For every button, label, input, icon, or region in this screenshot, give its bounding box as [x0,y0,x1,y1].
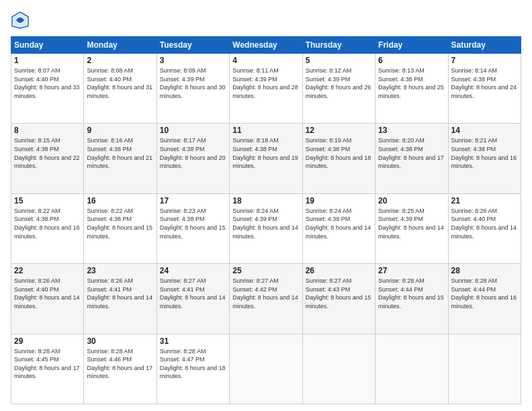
header-day-saturday: Saturday [448,37,521,54]
calendar-cell: 19Sunrise: 8:24 AMSunset: 4:39 PMDayligh… [302,193,375,263]
calendar-cell: 6Sunrise: 8:13 AMSunset: 4:38 PMDaylight… [375,54,448,124]
calendar-cell: 15Sunrise: 8:22 AMSunset: 4:38 PMDayligh… [11,193,84,263]
day-number: 17 [160,196,226,205]
header-day-wednesday: Wednesday [230,37,302,54]
day-info: Sunrise: 8:28 AMSunset: 4:47 PMDaylight:… [160,347,226,381]
day-info: Sunrise: 8:14 AMSunset: 4:38 PMDaylight:… [451,66,518,100]
calendar-cell: 27Sunrise: 8:28 AMSunset: 4:44 PMDayligh… [375,264,448,334]
day-number: 7 [451,56,518,65]
day-number: 2 [87,56,153,65]
day-info: Sunrise: 8:19 AMSunset: 4:38 PMDaylight:… [306,136,372,170]
calendar-cell: 30Sunrise: 8:28 AMSunset: 4:46 PMDayligh… [84,334,157,404]
calendar-cell: 11Sunrise: 8:18 AMSunset: 4:38 PMDayligh… [230,124,302,193]
header-day-tuesday: Tuesday [157,37,229,54]
page: SundayMondayTuesdayWednesdayThursdayFrid… [0,0,532,411]
day-info: Sunrise: 8:13 AMSunset: 4:38 PMDaylight:… [378,66,445,100]
calendar: SundayMondayTuesdayWednesdayThursdayFrid… [11,36,521,404]
calendar-cell: 13Sunrise: 8:20 AMSunset: 4:38 PMDayligh… [375,124,448,193]
calendar-cell: 24Sunrise: 8:27 AMSunset: 4:41 PMDayligh… [157,264,229,334]
day-number: 15 [14,196,81,205]
calendar-cell: 7Sunrise: 8:14 AMSunset: 4:38 PMDaylight… [448,54,521,124]
day-number: 27 [378,266,445,275]
calendar-row-0: 1Sunrise: 8:07 AMSunset: 4:40 PMDaylight… [11,54,521,124]
calendar-body: 1Sunrise: 8:07 AMSunset: 4:40 PMDaylight… [11,54,521,404]
calendar-cell: 22Sunrise: 8:26 AMSunset: 4:40 PMDayligh… [11,264,84,334]
day-info: Sunrise: 8:08 AMSunset: 4:40 PMDaylight:… [87,66,153,100]
calendar-cell: 9Sunrise: 8:16 AMSunset: 4:38 PMDaylight… [84,124,157,193]
calendar-cell: 16Sunrise: 8:22 AMSunset: 4:38 PMDayligh… [84,193,157,263]
day-number: 9 [87,126,153,135]
calendar-cell: 20Sunrise: 8:25 AMSunset: 4:39 PMDayligh… [375,193,448,263]
day-info: Sunrise: 8:21 AMSunset: 4:38 PMDaylight:… [451,136,518,170]
day-info: Sunrise: 8:25 AMSunset: 4:39 PMDaylight:… [378,207,445,240]
day-number: 23 [87,266,153,275]
day-number: 14 [451,126,518,135]
day-number: 18 [232,196,299,205]
day-number: 13 [378,126,445,135]
day-info: Sunrise: 8:16 AMSunset: 4:38 PMDaylight:… [87,136,153,170]
day-number: 10 [160,126,226,135]
calendar-row-1: 8Sunrise: 8:15 AMSunset: 4:38 PMDaylight… [11,124,521,193]
day-info: Sunrise: 8:15 AMSunset: 4:38 PMDaylight:… [14,136,81,170]
day-info: Sunrise: 8:27 AMSunset: 4:43 PMDaylight:… [306,277,372,310]
day-info: Sunrise: 8:18 AMSunset: 4:38 PMDaylight:… [232,136,299,170]
day-info: Sunrise: 8:24 AMSunset: 4:39 PMDaylight:… [306,207,372,240]
day-number: 30 [87,336,153,346]
day-info: Sunrise: 8:22 AMSunset: 4:38 PMDaylight:… [87,207,153,240]
logo [11,11,32,30]
day-number: 24 [160,266,226,275]
day-number: 12 [306,126,372,135]
logo-icon [11,11,30,30]
calendar-cell: 4Sunrise: 8:11 AMSunset: 4:39 PMDaylight… [230,54,302,124]
day-number: 20 [378,196,445,205]
calendar-cell: 26Sunrise: 8:27 AMSunset: 4:43 PMDayligh… [302,264,375,334]
calendar-cell: 28Sunrise: 8:28 AMSunset: 4:44 PMDayligh… [448,264,521,334]
calendar-cell: 21Sunrise: 8:26 AMSunset: 4:40 PMDayligh… [448,193,521,263]
day-info: Sunrise: 8:09 AMSunset: 4:39 PMDaylight:… [160,66,226,100]
calendar-row-4: 29Sunrise: 8:28 AMSunset: 4:45 PMDayligh… [11,334,521,404]
day-info: Sunrise: 8:28 AMSunset: 4:44 PMDaylight:… [451,277,518,310]
day-number: 31 [160,336,226,346]
header-row: SundayMondayTuesdayWednesdayThursdayFrid… [11,37,521,54]
header-day-sunday: Sunday [11,37,84,54]
calendar-cell: 3Sunrise: 8:09 AMSunset: 4:39 PMDaylight… [157,54,229,124]
day-info: Sunrise: 8:27 AMSunset: 4:41 PMDaylight:… [160,277,226,310]
day-number: 8 [14,126,81,135]
calendar-cell: 31Sunrise: 8:28 AMSunset: 4:47 PMDayligh… [157,334,229,404]
calendar-cell: 18Sunrise: 8:24 AMSunset: 4:39 PMDayligh… [230,193,302,263]
calendar-cell: 23Sunrise: 8:26 AMSunset: 4:41 PMDayligh… [84,264,157,334]
day-info: Sunrise: 8:23 AMSunset: 4:38 PMDaylight:… [160,207,226,240]
header-day-thursday: Thursday [302,37,375,54]
day-number: 25 [232,266,299,275]
calendar-cell: 25Sunrise: 8:27 AMSunset: 4:42 PMDayligh… [230,264,302,334]
day-number: 26 [306,266,372,275]
day-info: Sunrise: 8:24 AMSunset: 4:39 PMDaylight:… [232,207,299,240]
day-info: Sunrise: 8:28 AMSunset: 4:44 PMDaylight:… [378,277,445,310]
header-day-monday: Monday [84,37,157,54]
calendar-cell [302,334,375,404]
day-info: Sunrise: 8:28 AMSunset: 4:45 PMDaylight:… [14,347,81,381]
day-number: 19 [306,196,372,205]
header-day-friday: Friday [375,37,448,54]
day-info: Sunrise: 8:26 AMSunset: 4:40 PMDaylight:… [14,277,81,310]
calendar-row-3: 22Sunrise: 8:26 AMSunset: 4:40 PMDayligh… [11,264,521,334]
day-info: Sunrise: 8:28 AMSunset: 4:46 PMDaylight:… [87,347,153,381]
calendar-cell: 2Sunrise: 8:08 AMSunset: 4:40 PMDaylight… [84,54,157,124]
day-info: Sunrise: 8:22 AMSunset: 4:38 PMDaylight:… [14,207,81,240]
day-number: 6 [378,56,445,65]
calendar-cell: 8Sunrise: 8:15 AMSunset: 4:38 PMDaylight… [11,124,84,193]
calendar-cell [375,334,448,404]
header [11,11,521,30]
day-info: Sunrise: 8:11 AMSunset: 4:39 PMDaylight:… [232,66,299,100]
day-number: 28 [451,266,518,275]
calendar-cell: 1Sunrise: 8:07 AMSunset: 4:40 PMDaylight… [11,54,84,124]
day-info: Sunrise: 8:26 AMSunset: 4:40 PMDaylight:… [451,207,518,240]
calendar-cell [230,334,302,404]
day-number: 21 [451,196,518,205]
day-number: 29 [14,336,81,346]
calendar-cell [448,334,521,404]
calendar-header: SundayMondayTuesdayWednesdayThursdayFrid… [11,37,521,54]
calendar-cell: 5Sunrise: 8:12 AMSunset: 4:39 PMDaylight… [302,54,375,124]
day-number: 22 [14,266,81,275]
day-info: Sunrise: 8:12 AMSunset: 4:39 PMDaylight:… [306,66,372,100]
